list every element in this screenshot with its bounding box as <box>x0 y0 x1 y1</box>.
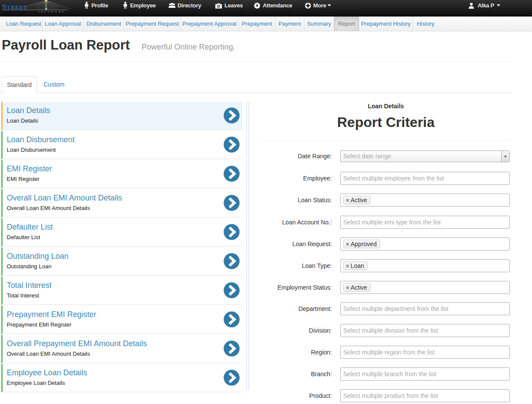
svg-text:SOFTWARE: SOFTWARE <box>38 10 65 13</box>
svg-text:STREET: STREET <box>2 3 27 11</box>
